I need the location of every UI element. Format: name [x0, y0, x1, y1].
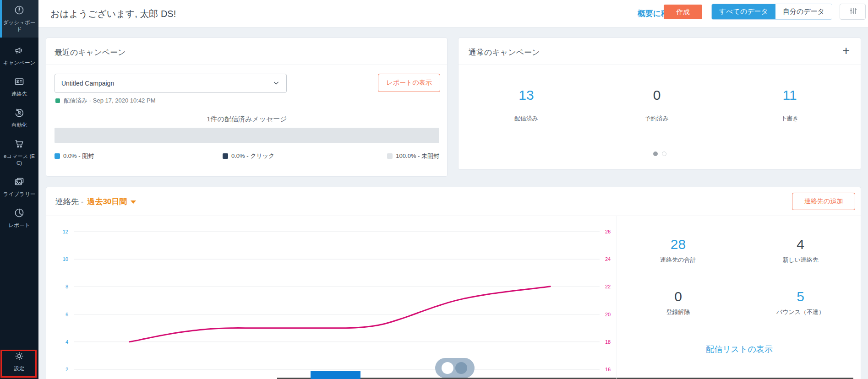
stat-sent: 13 配信済み [480, 87, 572, 123]
gear-icon [14, 351, 25, 363]
legend-label: 0.0% - 開封 [63, 152, 94, 160]
sliders-icon [847, 5, 858, 18]
divider [46, 65, 447, 65]
library-icon [14, 176, 25, 189]
sidebar-item-contacts[interactable]: 連絡先 [0, 72, 38, 101]
svg-text:12: 12 [63, 229, 68, 234]
svg-text:24: 24 [605, 256, 611, 262]
stat-label: 配信済み [480, 114, 572, 123]
sidebar-item-label: レポート [9, 222, 30, 229]
toggle-all-data[interactable]: すべてのデータ [712, 4, 775, 19]
toggle-my-data[interactable]: 自分のデータ [775, 4, 832, 19]
stat-value: 13 [480, 87, 572, 103]
legend-swatch [55, 153, 60, 159]
add-contacts-button[interactable]: 連絡先の追加 [792, 193, 855, 210]
regular-campaigns-card: 通常のキャンペーン + 13 配信済み 0 予約済み 11 下書き [458, 38, 861, 170]
sidebar-item-library[interactable]: ライブラリー [0, 173, 38, 201]
add-campaign-icon[interactable]: + [842, 43, 850, 58]
sidebar-item-ecommerce[interactable]: eコマース (EC) [0, 135, 38, 170]
stat-label: バウンス（不達） [739, 308, 862, 316]
create-button[interactable]: 作成 [664, 5, 702, 19]
campaign-select-dropdown[interactable]: Untitled Campaign [55, 74, 287, 93]
pagination-dot-1[interactable] [653, 152, 658, 156]
horizontal-scrollbar-thumb[interactable] [311, 371, 360, 379]
sidebar: ダッシュボード キャンペーン 連絡先 自動化 eコマース (EC) ライブラリー… [0, 0, 38, 379]
stat-value: 0 [611, 87, 703, 103]
stat-value: 0 [617, 289, 739, 304]
stat-total-contacts: 28 連絡先の合計 [617, 237, 739, 264]
period-dropdown[interactable]: 過去30日間 [87, 196, 136, 207]
svg-text:20: 20 [605, 312, 611, 317]
view-lists-link[interactable]: 配信リストの表示 [617, 344, 862, 355]
stat-drafts: 11 下書き [744, 87, 835, 123]
svg-text:2: 2 [66, 367, 68, 372]
caret-down-icon [131, 200, 136, 204]
stat-label: 下書き [744, 114, 835, 123]
contacts-chart-area: 12261024822620418216 [46, 224, 660, 379]
open-rate-progress-bar [55, 128, 439, 143]
toggle-knob-left [442, 362, 453, 374]
sidebar-item-automation[interactable]: 自動化 [0, 103, 38, 132]
svg-text:8: 8 [66, 284, 68, 289]
campaign-status: 配信済み - Sep 17, 2020 10:42 PM [55, 97, 155, 105]
data-scope-toggle: すべてのデータ 自分のデータ [711, 4, 832, 20]
pagination-dot-2[interactable] [662, 152, 666, 156]
card-title: 連絡先 - [55, 196, 83, 207]
svg-text:26: 26 [605, 229, 611, 234]
view-report-button[interactable]: レポートの表示 [378, 74, 440, 92]
stat-label: 登録解除 [617, 308, 739, 316]
stat-bounced: 5 バウンス（不達） [739, 289, 862, 316]
status-dot [55, 98, 60, 103]
megaphone-icon [14, 45, 25, 58]
campaign-legend: 0.0% - 開封 0.0% - クリック 100.0% - 未開封 [55, 152, 439, 160]
dropdown-value: Untitled Campaign [61, 80, 114, 87]
legend-item-opened: 0.0% - 開封 [55, 152, 94, 160]
svg-text:6: 6 [66, 312, 68, 317]
divider [459, 65, 861, 65]
sidebar-item-label: 連絡先 [11, 91, 27, 97]
sidebar-item-label: ダッシュボード [1, 19, 38, 33]
greeting-text: おはようございます, 太郎 DS! [50, 8, 176, 20]
sent-message-text: 1件の配信済みメッセージ [55, 115, 439, 124]
card-title: 通常のキャンペーン [469, 47, 540, 58]
legend-item-clicked: 0.0% - クリック [223, 152, 274, 160]
stat-label: 連絡先の合計 [617, 256, 739, 264]
recent-campaign-card: 最近のキャンペーン Untitled Campaign レポートの表示 配信済み… [46, 38, 448, 177]
svg-text:22: 22 [605, 284, 611, 289]
stat-value: 4 [739, 237, 862, 252]
filter-button[interactable] [840, 4, 866, 20]
cart-icon [14, 138, 25, 151]
sidebar-item-campaigns[interactable]: キャンペーン [0, 41, 38, 70]
legend-swatch [223, 153, 228, 159]
chart-view-toggle[interactable] [435, 358, 475, 378]
status-text: 配信済み - Sep 17, 2020 10:42 PM [64, 97, 155, 105]
stat-label: 新しい連絡先 [739, 256, 862, 264]
svg-text:18: 18 [605, 339, 611, 345]
legend-swatch [387, 153, 393, 159]
card-title: 最近のキャンペーン [55, 47, 126, 58]
pie-chart-icon [14, 207, 25, 220]
sidebar-item-settings[interactable]: 設定 [0, 347, 38, 375]
svg-text:10: 10 [63, 256, 68, 262]
stat-unsubscribed: 0 登録解除 [617, 289, 739, 316]
stat-value: 11 [744, 87, 835, 103]
stat-value: 5 [739, 289, 862, 304]
sidebar-item-reports[interactable]: レポート [0, 204, 38, 232]
stat-new-contacts: 4 新しい連絡先 [739, 237, 862, 264]
sidebar-item-label: eコマース (EC) [1, 153, 38, 167]
automation-icon [14, 107, 25, 120]
svg-text:16: 16 [605, 367, 611, 372]
toggle-knob-right [455, 362, 467, 374]
stat-scheduled: 0 予約済み [611, 87, 703, 123]
contact-card-icon [14, 76, 25, 89]
sidebar-item-dashboard[interactable]: ダッシュボード [0, 0, 38, 38]
legend-item-unopened: 100.0% - 未開封 [387, 152, 439, 160]
contacts-header: 連絡先 - 過去30日間 [55, 196, 136, 207]
dashboard-icon [14, 5, 25, 17]
sidebar-item-label: ライブラリー [3, 191, 35, 198]
contacts-stats-panel: 28 連絡先の合計 4 新しい連絡先 0 登録解除 5 バウンス（不達） 配信リ… [617, 216, 862, 379]
legend-label: 0.0% - クリック [231, 152, 274, 160]
topbar: おはようございます, 太郎 DS! 概要に移動する 作成 すべてのデータ 自分の… [38, 0, 868, 27]
contacts-card: 連絡先 - 過去30日間 連絡先の追加 12261024822620418216… [46, 187, 861, 379]
chevron-down-icon [273, 79, 280, 88]
